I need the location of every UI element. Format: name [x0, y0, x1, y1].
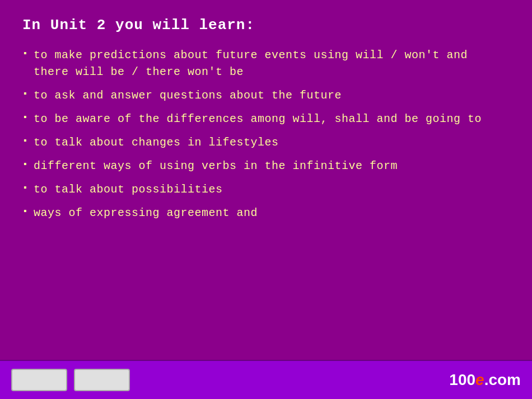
next-button[interactable]: [74, 369, 130, 391]
page-title: In Unit 2 you will learn:: [22, 17, 510, 34]
prev-button[interactable]: [11, 369, 67, 391]
list-item: different ways of using verbs in the inf…: [22, 158, 510, 175]
logo-text: 100e.com: [449, 371, 521, 389]
list-item: to ask and answer questions about the fu…: [22, 87, 510, 104]
list-item: to talk about changes in lifestyles: [22, 134, 510, 151]
bullet-list: to make predictions about future events …: [22, 47, 510, 222]
footer-buttons: [11, 369, 130, 391]
main-content: In Unit 2 you will learn: to make predic…: [0, 0, 532, 360]
list-item: ways of expressing agreement and: [22, 205, 510, 222]
list-item: to make predictions about future events …: [22, 47, 510, 81]
footer: 100e.com: [0, 360, 532, 399]
list-item: to talk about possibilities: [22, 181, 510, 198]
footer-logo: 100e.com: [449, 371, 521, 389]
list-item: to be aware of the differences among wil…: [22, 111, 510, 128]
